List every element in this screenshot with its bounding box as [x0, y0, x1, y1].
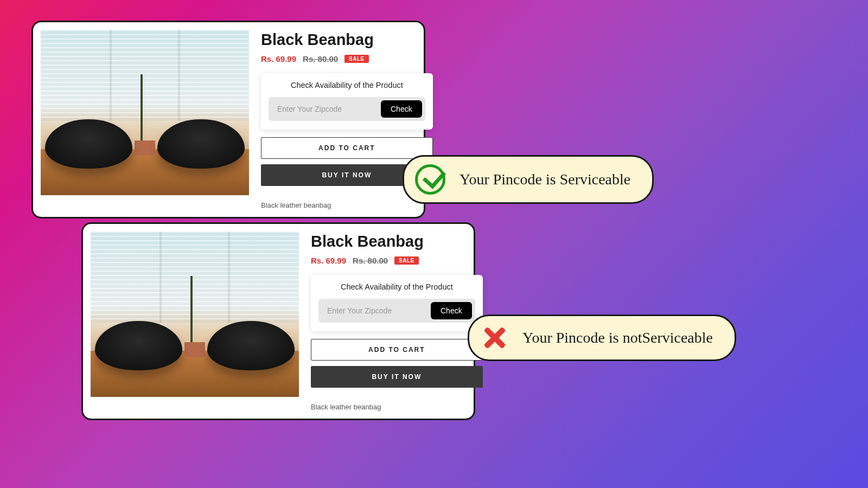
- toast-text: Your Pincode is notServiceable: [522, 329, 713, 346]
- availability-box: Check Availability of the Product Check: [261, 73, 433, 130]
- product-title: Black Beanbag: [311, 233, 505, 251]
- product-image: [91, 232, 299, 397]
- price-sale: Rs. 69.99: [261, 54, 296, 63]
- check-circle-icon: [415, 164, 445, 195]
- zipcode-input[interactable]: [272, 100, 378, 118]
- buy-now-button[interactable]: BUY IT NOW: [311, 366, 483, 388]
- availability-heading: Check Availability of the Product: [318, 282, 475, 291]
- cross-icon: [480, 324, 508, 352]
- sale-badge: SALE: [394, 256, 419, 265]
- price-row: Rs. 69.99 Rs. 80.00 SALE: [311, 256, 505, 265]
- toast-not-serviceable: Your Pincode is notServiceable: [468, 314, 736, 361]
- zipcode-input[interactable]: [322, 302, 427, 319]
- availability-box: Check Availability of the Product Check: [311, 275, 483, 331]
- price-original: Rs. 80.00: [303, 54, 338, 63]
- availability-heading: Check Availability of the Product: [269, 81, 425, 89]
- add-to-cart-button[interactable]: ADD TO CART: [261, 137, 433, 159]
- product-title: Black Beanbag: [261, 31, 455, 49]
- price-row: Rs. 69.99 Rs. 80.00 SALE: [261, 54, 455, 63]
- price-original: Rs. 80.00: [353, 256, 388, 265]
- toast-serviceable: Your Pincode is Serviceable: [403, 155, 654, 204]
- product-card-success: Black Beanbag Rs. 69.99 Rs. 80.00 SALE C…: [31, 21, 425, 219]
- add-to-cart-button[interactable]: ADD TO CART: [311, 339, 483, 361]
- check-button[interactable]: Check: [381, 100, 422, 118]
- zipcode-row: Check: [269, 97, 425, 121]
- price-sale: Rs. 69.99: [311, 256, 346, 265]
- zipcode-row: Check: [318, 299, 475, 323]
- sale-badge: SALE: [344, 55, 369, 63]
- toast-text: Your Pincode is Serviceable: [459, 171, 630, 188]
- check-button[interactable]: Check: [431, 302, 472, 319]
- product-description: Black leather beanbag: [311, 403, 505, 411]
- product-card-fail: Black Beanbag Rs. 69.99 Rs. 80.00 SALE C…: [81, 222, 475, 420]
- product-image: [41, 30, 249, 195]
